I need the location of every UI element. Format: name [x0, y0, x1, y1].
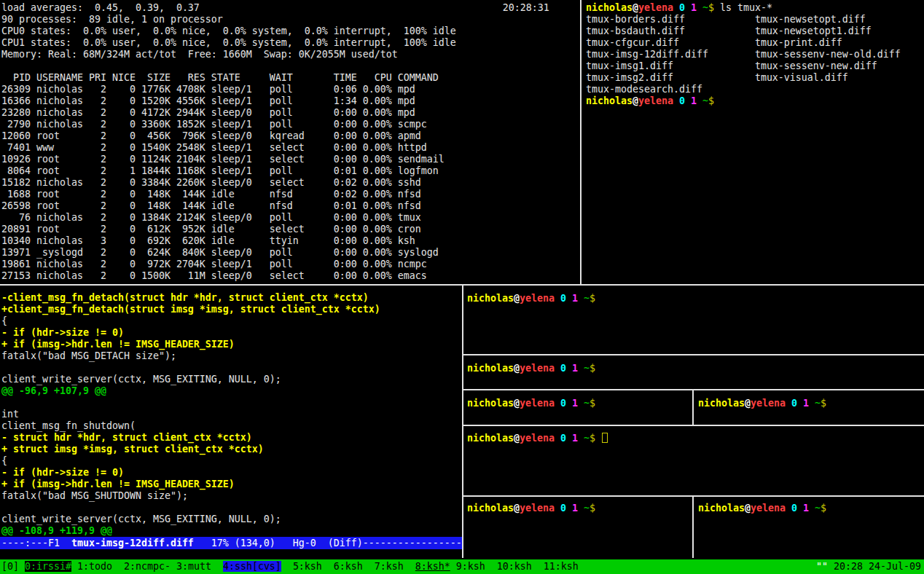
prompt-host: yelena: [638, 95, 673, 106]
diff-line-removed: -client_msg_fn_detach(struct hdr *hdr, s…: [1, 292, 380, 304]
tmux-screen: load averages: 0.45, 0.39, 0.37 20:28:31…: [0, 0, 924, 574]
prompt-host: yelena: [520, 363, 555, 374]
status-bar: [0] 0:irssi# 1:todo 2:ncmpc- 3:mutt 4:ss…: [0, 559, 924, 574]
pane-border-h2: [463, 389, 924, 390]
diff-line-context: fatalx("bad MSG_DETACH size");: [1, 350, 380, 362]
prompt-pane-index: 1: [691, 95, 697, 106]
status-window-0-irssi-[interactable]: 0:irssi#: [25, 561, 71, 572]
prompt-pane-index: 1: [803, 503, 809, 514]
status-window-4-ssh-cvs-[interactable]: 4:ssh[cvs]: [223, 561, 281, 572]
prompt-pane-index: 1: [572, 293, 578, 304]
status-time: 20:28: [834, 561, 863, 572]
prompt-window-index: 0: [560, 398, 566, 409]
status-window-3-mutt[interactable]: 3:mutt: [176, 561, 211, 572]
prompt-at: @: [514, 398, 520, 409]
diff-line-context: client_write_server(cctx, MSG_EXITING, N…: [1, 514, 380, 525]
prompt-dollar: $: [821, 398, 826, 409]
prompt-user: nicholas: [467, 363, 514, 374]
prompt-tilde: ~: [815, 503, 821, 514]
prompt-tilde: ~: [702, 2, 708, 13]
status-window-6-ksh[interactable]: 6:ksh: [334, 561, 363, 572]
status-window-5-ksh[interactable]: 5:ksh: [293, 561, 322, 572]
diff-line-added: + if (imsg->hdr.len != IMSG_HEADER_SIZE): [1, 339, 380, 350]
prompt-tilde: ~: [584, 398, 590, 409]
pane-top-system-monitor[interactable]: load averages: 0.45, 0.39, 0.37 20:28:31…: [0, 0, 580, 284]
status-date: 24-Jul-09: [869, 561, 921, 572]
prompt-user: nicholas: [467, 398, 514, 409]
diff-line-context: {: [1, 315, 380, 327]
status-window-8-ksh-[interactable]: 8:ksh*: [415, 561, 450, 572]
status-window-10-ksh[interactable]: 10:ksh: [497, 561, 532, 572]
prompt-at: @: [633, 2, 638, 13]
diff-line-removed: - if (hdr->size != 0): [1, 467, 380, 479]
prompt-dollar: $: [590, 293, 595, 304]
prompt-tilde: ~: [584, 433, 590, 444]
pane-border-v1: [692, 390, 694, 425]
prompt-dollar: $: [708, 95, 714, 106]
shell-prompt: nicholas@yelena 0 1 ~$: [467, 503, 601, 514]
shell-prompt: nicholas@yelena 0 1 ~$: [467, 293, 601, 304]
emacs-modeline: ----:---F1 tmux-imsg-12diff.diff 17% (13…: [0, 537, 463, 549]
prompt-window-index: 0: [560, 363, 566, 374]
pane-border-vertical-bottom: [462, 286, 463, 558]
top-output: load averages: 0.45, 0.39, 0.37 20:28:31…: [1, 2, 549, 282]
prompt-at: @: [514, 503, 520, 514]
prompt-window-index: 0: [560, 503, 566, 514]
prompt-dollar: $: [590, 433, 595, 444]
diff-line-context: {: [1, 455, 380, 467]
diff-line-added: + struct imsg *imsg, struct client_ctx *…: [1, 444, 380, 455]
emacs-diff-buffer: -client_msg_fn_detach(struct hdr *hdr, s…: [1, 292, 380, 537]
diff-line-context: [1, 362, 380, 374]
prompt-pane-index: 1: [572, 363, 578, 374]
modeline-status: 17% (134,0) Hg-0 (Diff)-----------------: [194, 538, 462, 549]
shell-prompt: nicholas@yelena 0 1 ~$: [698, 398, 832, 409]
diff-line-context: [1, 502, 380, 514]
prompt-user: nicholas: [586, 2, 633, 13]
prompt-user: nicholas: [467, 293, 514, 304]
status-window-2-ncmpc-[interactable]: 2:ncmpc-: [124, 561, 171, 572]
pane-emacs-diff[interactable]: -client_msg_fn_detach(struct hdr *hdr, s…: [0, 286, 462, 558]
modeline-filename: tmux-imsg-12diff.diff: [71, 538, 194, 549]
prompt-window-index: 0: [791, 503, 797, 514]
diff-line-context: client_msg_fn_shutdown(: [1, 420, 380, 432]
prompt-pane-index: 1: [572, 503, 578, 514]
prompt-user: nicholas: [698, 503, 745, 514]
prompt-host: yelena: [520, 433, 555, 444]
prompt-host: yelena: [520, 398, 555, 409]
prompt-tilde: ~: [584, 363, 590, 374]
prompt-dollar: $: [821, 503, 826, 514]
prompt-at: @: [514, 433, 520, 444]
diff-line-context: [1, 397, 380, 409]
modeline-prefix: ----:---F1: [1, 538, 71, 549]
prompt-host: yelena: [751, 503, 786, 514]
prompt-dollar: $: [708, 2, 714, 13]
session-name: [0]: [1, 561, 19, 572]
prompt-pane-index: 1: [803, 398, 809, 409]
shell-prompt: nicholas@yelena 0 1 ~$: [698, 503, 832, 514]
prompt-user: nicholas: [586, 95, 633, 106]
pane-ls-terminal[interactable]: nicholas@yelena 0 1 ~$ ls tmux-* tmux-bo…: [582, 0, 924, 284]
ls-file-listing: tmux-borders.diff tmux-newsetopt.diff tm…: [586, 14, 901, 95]
prompt-pane-index: 1: [572, 433, 578, 444]
status-window-1-todo[interactable]: 1:todo: [77, 561, 112, 572]
prompt-host: yelena: [520, 293, 555, 304]
status-right: "" 20:28 24-Jul-09: [816, 559, 921, 574]
diff-line-context: client_write_server(cctx, MSG_EXITING, N…: [1, 374, 380, 385]
status-window-11-ksh[interactable]: 11:ksh: [544, 561, 579, 572]
prompt-dollar: $: [590, 503, 595, 514]
status-window-9-ksh[interactable]: 9:ksh: [456, 561, 485, 572]
pane-title-quotes: "": [816, 561, 828, 572]
status-window-7-ksh[interactable]: 7:ksh: [375, 561, 404, 572]
diff-line-hunk: @@ -108,9 +119,9 @@: [1, 525, 380, 537]
diff-line-added: + if (imsg->hdr.len != IMSG_HEADER_SIZE): [1, 479, 380, 490]
prompt-at: @: [514, 363, 520, 374]
prompt-pane-index: 1: [691, 2, 697, 13]
window-list: 0:irssi# 1:todo 2:ncmpc- 3:mutt 4:ssh[cv…: [25, 561, 590, 572]
shell-prompt: nicholas@yelena 0 1 ~$: [467, 363, 601, 374]
prompt-user: nicholas: [467, 503, 514, 514]
diff-line-removed: - struct hdr *hdr, struct client_ctx *cc…: [1, 432, 380, 444]
shell-prompt-active: nicholas@yelena 0 1 ~$: [467, 433, 608, 444]
prompt-host: yelena: [751, 398, 786, 409]
prompt-user: nicholas: [467, 433, 514, 444]
command-text: ls tmux-*: [720, 2, 772, 13]
